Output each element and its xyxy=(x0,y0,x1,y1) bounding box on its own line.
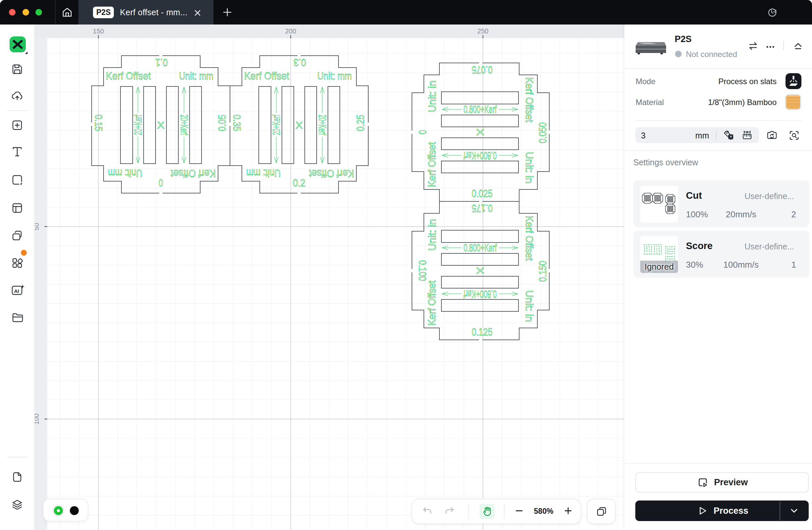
svg-text:0.150: 0.150 xyxy=(537,261,549,282)
svg-text:Unit: mm: Unit: mm xyxy=(246,167,280,179)
svg-text:0.15: 0.15 xyxy=(93,115,104,131)
svg-text:0: 0 xyxy=(159,177,163,189)
svg-text:Unit: in: Unit: in xyxy=(426,219,438,251)
svg-text:Unit: in: Unit: in xyxy=(523,290,535,322)
svg-text:Kerf Offset: Kerf Offset xyxy=(309,168,354,179)
svg-text:X: X xyxy=(157,120,164,130)
svg-text:20+Kerf: 20+Kerf xyxy=(271,115,282,135)
svg-text:Unit: mm: Unit: mm xyxy=(179,70,214,82)
svg-text:0: 0 xyxy=(417,130,428,135)
svg-text:0.025: 0.025 xyxy=(472,188,493,199)
svg-text:Unit: mm: Unit: mm xyxy=(317,70,352,82)
svg-text:Kerf Offset: Kerf Offset xyxy=(426,281,438,326)
svg-text:250: 250 xyxy=(477,28,488,35)
svg-text:0.2: 0.2 xyxy=(293,177,305,189)
svg-text:0.075: 0.075 xyxy=(472,64,493,75)
svg-text:0.25: 0.25 xyxy=(355,115,366,131)
svg-text:20+Kerf: 20+Kerf xyxy=(132,115,144,135)
svg-text:0.800+Kerf: 0.800+Kerf xyxy=(464,288,497,300)
svg-text:X: X xyxy=(295,120,303,130)
svg-text:Kerf Offset: Kerf Offset xyxy=(426,142,438,187)
svg-text:150: 150 xyxy=(93,28,104,35)
svg-text:200: 200 xyxy=(285,28,296,35)
svg-text:AI: AI xyxy=(14,288,19,294)
svg-text:0.1: 0.1 xyxy=(155,57,168,68)
svg-text:20+Kerf: 20+Kerf xyxy=(317,115,328,135)
svg-text:Kerf Offset: Kerf Offset xyxy=(106,70,151,82)
svg-text:20+Kerf: 20+Kerf xyxy=(178,115,190,135)
svg-text:0.800+Kerf: 0.800+Kerf xyxy=(464,104,497,115)
svg-text:Kerf Offset: Kerf Offset xyxy=(244,70,289,82)
svg-text:0.3: 0.3 xyxy=(293,57,306,68)
svg-text:0.100: 0.100 xyxy=(417,260,428,281)
svg-text:Unit: mm: Unit: mm xyxy=(108,167,142,179)
svg-text:0.050: 0.050 xyxy=(537,123,549,143)
svg-text:0.800+Kerf: 0.800+Kerf xyxy=(464,150,497,161)
svg-text:X: X xyxy=(475,128,486,136)
svg-text:Unit: in: Unit: in xyxy=(523,152,535,183)
svg-text:X: X xyxy=(475,267,486,274)
svg-text:0.175: 0.175 xyxy=(472,203,493,214)
svg-text:Kerf Offset: Kerf Offset xyxy=(523,77,535,122)
svg-text:Unit: in: Unit: in xyxy=(426,81,438,112)
svg-text:Kerf Offset: Kerf Offset xyxy=(523,215,535,261)
svg-text:0.35: 0.35 xyxy=(231,115,243,131)
svg-text:0.800+Kerf: 0.800+Kerf xyxy=(464,242,497,254)
svg-text:0.05: 0.05 xyxy=(216,115,228,131)
svg-text:Kerf Offset: Kerf Offset xyxy=(171,168,216,179)
svg-text:0.125: 0.125 xyxy=(472,326,493,338)
